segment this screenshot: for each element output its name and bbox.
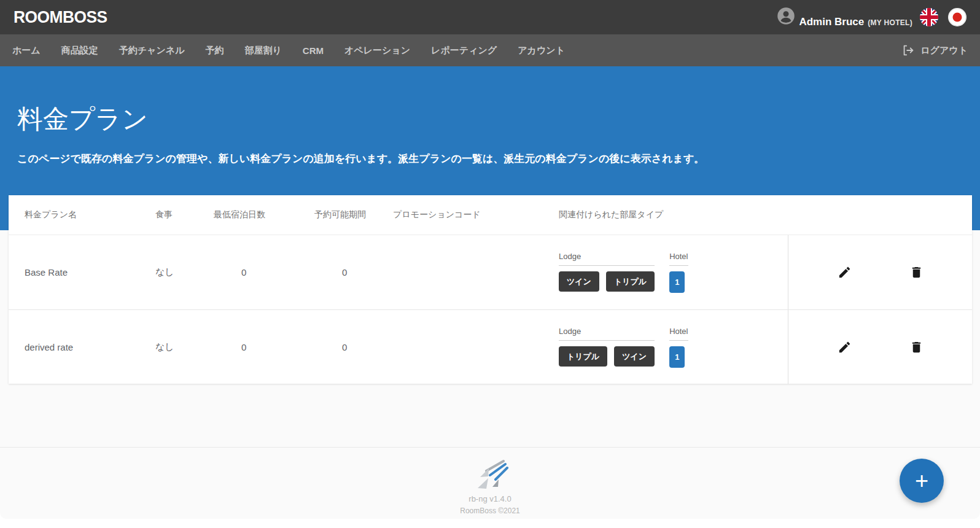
col-header-promo-code: プロモーションコード [393,209,559,220]
edit-plan-button[interactable] [835,338,854,357]
row-actions [788,235,972,309]
plan-meal: なし [155,266,214,278]
plan-bookable-period: 0 [314,342,393,352]
plan-meal: なし [155,341,214,353]
app-version: rb-ng v1.4.0 [0,494,980,503]
room-group-label: Lodge [559,327,655,341]
room-group-lodge: Lodge トリプル ツイン [559,327,655,367]
page-content: 料金プラン このページで既存の料金プランの管理や、新しい料金プランの追加を行いま… [0,66,980,519]
row-actions [788,310,972,384]
plan-name: derived rate [25,342,155,352]
edit-plan-button[interactable] [835,263,854,282]
user-avatar-icon [777,7,795,25]
main-nav: ホーム 商品設定 予約チャンネル 予約 部屋割り CRM オペレーション レポー… [0,34,980,66]
room-type-badge: 1 [669,271,685,293]
logout-icon [901,44,915,57]
col-header-room-types: 関連付けられた部屋タイプ [559,209,788,220]
topbar: ROOMBOSS Admin Bruce (MY HOTEL) [0,0,980,34]
table-header-row: 料金プラン名 食事 最低宿泊日数 予約可能期間 プロモーションコード 関連付けら… [9,195,972,235]
delete-plan-button[interactable] [907,338,926,357]
room-group-hotel: Hotel 1 [669,252,688,293]
page-description: このページで既存の料金プランの管理や、新しい料金プランの追加を行います。派生プラ… [17,151,963,167]
nav-item-booking-channels[interactable]: 予約チャンネル [119,45,185,56]
pencil-icon [838,340,852,354]
page-footer: rb-ng v1.4.0 RoomBoss ©2021 [0,447,980,515]
room-group-label: Lodge [559,252,655,266]
room-type-badge: トリプル [559,346,607,367]
room-type-badge: 1 [669,346,685,368]
plan-bookable-period: 0 [314,267,393,278]
nav-item-room-allocation[interactable]: 部屋割り [244,45,281,56]
room-type-badge: ツイン [614,346,655,367]
room-group-hotel: Hotel 1 [669,327,688,368]
user-hotel: (MY HOTEL) [868,18,912,27]
room-group-lodge: Lodge ツイン トリプル [559,252,655,292]
col-header-bookable-period: 予約可能期間 [314,209,393,220]
nav-item-account[interactable]: アカウント [518,45,565,56]
japan-flag-icon[interactable] [948,8,966,26]
table-row: Base Rate なし 0 0 Lodge ツイン トリプル Hotel 1 [9,235,972,309]
plan-name: Base Rate [25,267,155,278]
page-title: 料金プラン [17,102,963,136]
user-menu[interactable]: Admin Bruce (MY HOTEL) [777,7,912,28]
nav-item-home[interactable]: ホーム [12,45,41,56]
nav-item-reporting[interactable]: レポーティング [431,45,497,56]
add-rate-plan-button[interactable]: + [900,459,944,503]
room-type-badge: ツイン [559,271,599,292]
table-row: derived rate なし 0 0 Lodge トリプル ツイン Hotel… [9,309,972,384]
plan-min-nights: 0 [214,342,314,352]
pencil-icon [838,265,852,279]
delete-plan-button[interactable] [907,263,926,282]
nav-item-operations[interactable]: オペレーション [344,45,410,56]
nav-item-bookings[interactable]: 予約 [205,45,224,56]
room-group-label: Hotel [669,327,688,341]
col-header-plan-name: 料金プラン名 [25,209,155,220]
plan-room-types: Lodge トリプル ツイン Hotel 1 [559,317,788,378]
uk-flag-icon[interactable] [920,8,938,26]
roomboss-logo-icon [0,456,980,491]
plan-min-nights: 0 [214,267,314,278]
col-header-min-nights: 最低宿泊日数 [214,209,314,220]
nav-item-crm[interactable]: CRM [303,45,324,56]
trash-icon [909,265,924,279]
logout-button[interactable]: ログアウト [901,44,968,57]
copyright: RoomBoss ©2021 [0,507,980,515]
room-type-badge: トリプル [606,271,655,292]
user-name: Admin Bruce [799,16,864,28]
room-group-label: Hotel [669,252,688,266]
rate-plans-table: 料金プラン名 食事 最低宿泊日数 予約可能期間 プロモーションコード 関連付けら… [9,195,972,384]
plan-room-types: Lodge ツイン トリプル Hotel 1 [559,242,788,303]
col-header-meal: 食事 [155,209,214,220]
roomboss-wordmark: ROOMBOSS [14,7,107,27]
trash-icon [909,340,924,354]
nav-item-product-settings[interactable]: 商品設定 [61,45,98,56]
